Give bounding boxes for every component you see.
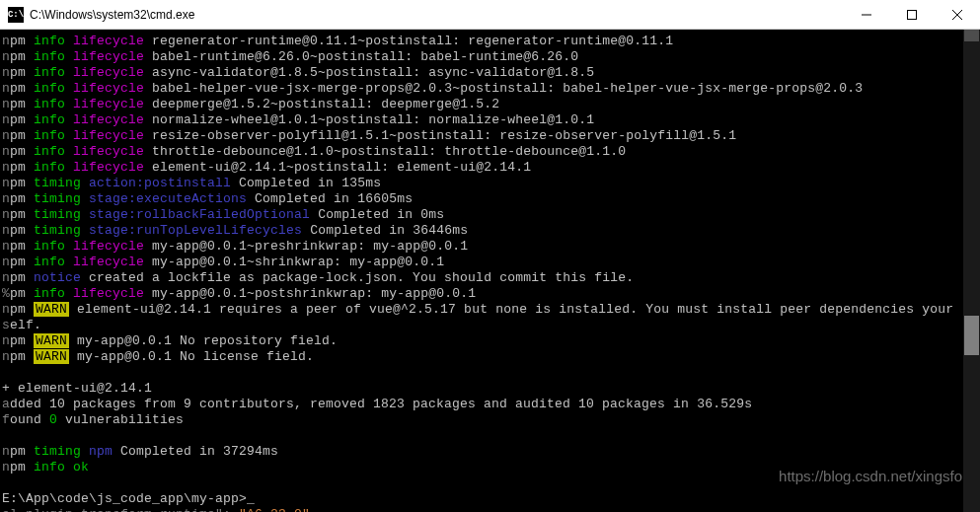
vertical-scrollbar[interactable] bbox=[963, 30, 980, 512]
terminal-line: npm timing stage:executeActions Complete… bbox=[2, 191, 980, 207]
window-titlebar: C:\ C:\Windows\system32\cmd.exe bbox=[0, 0, 980, 30]
terminal-line: npm info lifecycle my-app@0.0.1~shrinkwr… bbox=[2, 255, 980, 270]
terminal-line: npm notice created a lockfile as package… bbox=[2, 270, 980, 286]
terminal-line: npm timing action:postinstall Completed … bbox=[2, 176, 980, 191]
watermark-text: https://blog.csdn.net/xingsfo bbox=[779, 468, 962, 484]
terminal-output[interactable]: npm info lifecycle regenerator-runtime@0… bbox=[0, 30, 980, 512]
terminal-line: npm timing stage:runTopLevelLifecycles C… bbox=[2, 223, 980, 239]
window-controls bbox=[844, 0, 980, 29]
terminal-line: npm WARN my-app@0.0.1 No repository fiel… bbox=[2, 333, 980, 349]
cmd-icon: C:\ bbox=[8, 7, 24, 23]
svg-rect-1 bbox=[908, 10, 917, 19]
maximize-button[interactable] bbox=[889, 0, 935, 29]
terminal-line: npm info lifecycle normalize-wheel@1.0.1… bbox=[2, 112, 980, 128]
minimize-icon bbox=[862, 10, 871, 20]
terminal-line bbox=[2, 365, 980, 381]
terminal-line: npm info lifecycle babel-runtime@6.26.0~… bbox=[2, 49, 980, 65]
scrollbar-thumb-top[interactable] bbox=[964, 30, 979, 41]
terminal-line: self. bbox=[2, 318, 980, 333]
terminal-line: added 10 packages from 9 contributors, r… bbox=[2, 397, 980, 412]
close-button[interactable] bbox=[935, 0, 980, 29]
terminal-line: found 0 vulnerabilities bbox=[2, 412, 980, 428]
terminal-line: %pm info lifecycle my-app@0.0.1~postshri… bbox=[2, 286, 980, 302]
terminal-line: npm WARN my-app@0.0.1 No license field. bbox=[2, 349, 980, 365]
terminal-line: npm info lifecycle throttle-debounce@1.1… bbox=[2, 144, 980, 160]
window-title: C:\Windows\system32\cmd.exe bbox=[30, 8, 844, 22]
terminal-line: npm timing stage:rollbackFailedOptional … bbox=[2, 207, 980, 223]
terminal-line: npm info lifecycle async-validator@1.8.5… bbox=[2, 65, 980, 81]
terminal-line: npm info lifecycle regenerator-runtime@0… bbox=[2, 34, 980, 49]
terminal-line bbox=[2, 428, 980, 444]
maximize-icon bbox=[907, 10, 917, 20]
scrollbar-thumb[interactable] bbox=[964, 316, 979, 355]
terminal-line: + element-ui@2.14.1 bbox=[2, 381, 980, 397]
terminal-line: npm WARN element-ui@2.14.1 requires a pe… bbox=[2, 302, 980, 318]
terminal-line: npm info lifecycle element-ui@2.14.1~pos… bbox=[2, 160, 980, 176]
terminal-line: npm info lifecycle deepmerge@1.5.2~posti… bbox=[2, 97, 980, 112]
terminal-line: npm info lifecycle babel-helper-vue-jsx-… bbox=[2, 81, 980, 97]
terminal-line: E:\App\code\js_code_app\my-app>_ bbox=[2, 491, 980, 507]
minimize-button[interactable] bbox=[844, 0, 889, 29]
terminal-line: npm timing npm Completed in 37294ms bbox=[2, 444, 980, 460]
close-icon bbox=[952, 10, 962, 20]
terminal-line: npm info lifecycle my-app@0.0.1~preshrin… bbox=[2, 239, 980, 255]
terminal-line: el-plugin-transform-runtime": "^6.23.0", bbox=[2, 507, 980, 512]
terminal-line: npm info lifecycle resize-observer-polyf… bbox=[2, 128, 980, 144]
